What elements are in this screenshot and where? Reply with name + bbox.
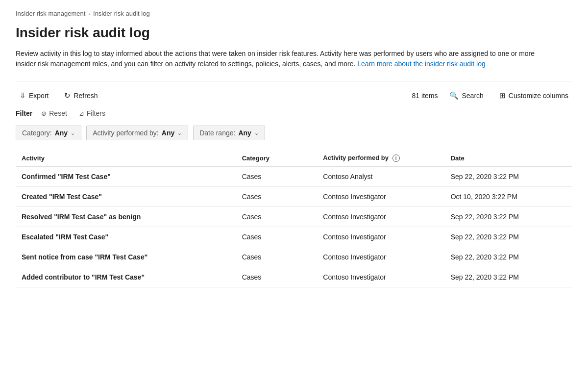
audit-log-table: Activity Category Activity performed by … [16,150,572,287]
refresh-button[interactable]: ↻ Refresh [60,89,101,102]
cell-activity: Created "IRM Test Case" [16,187,236,207]
breadcrumb-separator: › [88,11,90,17]
activity-performed-label: Activity performed by: [93,129,159,137]
filter-label: Filter [16,109,32,117]
filters-icon: ⊿ [79,110,84,117]
search-icon: 🔍 [449,91,459,100]
cell-date: Sep 22, 2020 3:22 PM [445,227,572,247]
column-header-date: Date [445,150,572,166]
cell-date: Sep 22, 2020 3:22 PM [445,207,572,227]
customize-columns-icon: ⊞ [499,91,506,100]
customize-columns-label: Customize columns [509,92,568,100]
cell-category: Cases [236,247,318,267]
toolbar: ⇩ Export ↻ Refresh 81 items 🔍 Search ⊞ C… [16,89,572,102]
date-range-value: Any [238,129,251,137]
cell-date: Sep 22, 2020 3:22 PM [445,166,572,187]
cell-performed-by: Contoso Investigator [317,187,444,207]
table-row: Created "IRM Test Case"CasesContoso Inve… [16,187,572,207]
cell-date: Oct 10, 2020 3:22 PM [445,187,572,207]
table-header-row: Activity Category Activity performed by … [16,150,572,166]
cell-activity: Escalated "IRM Test Case" [16,227,236,247]
reset-label: Reset [49,109,67,117]
cell-activity: Confirmed "IRM Test Case" [16,166,236,187]
learn-more-link[interactable]: Learn more about the insider risk audit … [357,60,485,68]
filters-label: Filters [87,109,105,117]
dropdown-row: Category: Any ⌄ Activity performed by: A… [16,126,572,140]
column-header-activity: Activity [16,150,236,166]
activity-performed-chevron-icon: ⌄ [177,130,182,136]
cell-date: Sep 22, 2020 3:22 PM [445,247,572,267]
table-container: Activity Category Activity performed by … [16,150,572,287]
cell-category: Cases [236,267,318,287]
date-range-chevron-icon: ⌄ [254,130,259,136]
date-range-label: Date range: [199,129,235,137]
reset-button[interactable]: ⊘ Reset [38,108,70,119]
cell-performed-by: Contoso Investigator [317,207,444,227]
column-header-category: Category [236,150,318,166]
breadcrumb-parent-link[interactable]: Insider risk management [16,10,85,17]
table-row: Confirmed "IRM Test Case"CasesContoso An… [16,166,572,187]
table-row: Escalated "IRM Test Case"CasesContoso In… [16,227,572,247]
cell-performed-by: Contoso Analyst [317,166,444,187]
cell-category: Cases [236,227,318,247]
search-button[interactable]: 🔍 Search [445,89,487,102]
filter-row: Filter ⊘ Reset ⊿ Filters [16,108,572,119]
date-range-dropdown[interactable]: Date range: Any ⌄ [193,126,265,140]
refresh-label: Refresh [74,92,98,100]
toolbar-left: ⇩ Export ↻ Refresh [16,89,102,102]
cell-category: Cases [236,187,318,207]
table-row: Added contributor to "IRM Test Case"Case… [16,267,572,287]
cell-performed-by: Contoso Investigator [317,247,444,267]
table-row: Resolved "IRM Test Case" as benignCasesC… [16,207,572,227]
breadcrumb: Insider risk management › Insider risk a… [16,10,572,17]
export-label: Export [29,92,49,100]
page-description: Review activity in this log to stay info… [16,49,555,69]
divider [16,81,572,81]
category-dropdown-value: Any [55,129,68,137]
customize-columns-button[interactable]: ⊞ Customize columns [495,89,572,102]
export-icon: ⇩ [20,91,26,100]
activity-performed-dropdown[interactable]: Activity performed by: Any ⌄ [86,126,188,140]
filters-button[interactable]: ⊿ Filters [76,108,108,119]
search-label: Search [462,92,483,100]
refresh-icon: ↻ [64,91,71,100]
activity-performed-value: Any [162,129,174,137]
breadcrumb-current: Insider risk audit log [93,10,150,17]
cell-performed-by: Contoso Investigator [317,267,444,287]
cell-category: Cases [236,207,318,227]
performed-by-info-icon: i [392,154,400,162]
cell-activity: Resolved "IRM Test Case" as benign [16,207,236,227]
reset-icon: ⊘ [41,110,47,117]
toolbar-right: 81 items 🔍 Search ⊞ Customize columns [412,89,572,102]
table-row: Sent notice from case "IRM Test Case"Cas… [16,247,572,267]
items-count: 81 items [412,92,438,100]
export-button[interactable]: ⇩ Export [16,89,52,102]
page-title: Insider risk audit log [16,25,572,41]
cell-performed-by: Contoso Investigator [317,227,444,247]
column-header-performed-by: Activity performed by i [317,150,444,166]
cell-category: Cases [236,166,318,187]
category-dropdown-label: Category: [22,129,52,137]
cell-date: Sep 22, 2020 3:22 PM [445,267,572,287]
category-chevron-icon: ⌄ [71,130,75,136]
cell-activity: Added contributor to "IRM Test Case" [16,267,236,287]
category-dropdown[interactable]: Category: Any ⌄ [16,126,81,140]
cell-activity: Sent notice from case "IRM Test Case" [16,247,236,267]
